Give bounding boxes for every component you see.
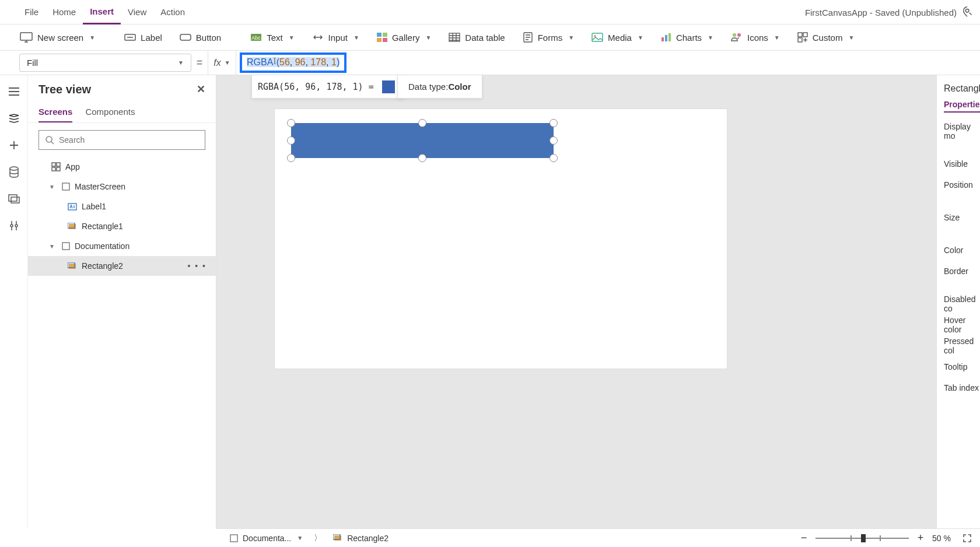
app-icon bbox=[51, 162, 61, 171]
new-screen-icon bbox=[20, 32, 33, 43]
prop-disabled-color[interactable]: Disabled co bbox=[944, 293, 980, 314]
prop-border[interactable]: Border bbox=[944, 261, 980, 282]
prop-color[interactable]: Color bbox=[944, 240, 980, 261]
rail-tree-view-icon[interactable] bbox=[6, 110, 22, 127]
svg-rect-21 bbox=[798, 38, 802, 42]
ribbon-label[interactable]: Label bbox=[116, 27, 170, 48]
rail-data-icon[interactable] bbox=[6, 164, 22, 180]
resize-handle-s[interactable] bbox=[418, 154, 426, 162]
prop-position[interactable]: Position bbox=[944, 174, 980, 195]
ribbon-button[interactable]: Button bbox=[172, 27, 229, 48]
resize-handle-e[interactable] bbox=[550, 136, 558, 145]
resize-handle-ne[interactable] bbox=[550, 119, 558, 127]
breadcrumb-control[interactable]: Rectangle2 bbox=[328, 531, 394, 546]
ribbon-custom[interactable]: Custom ▼ bbox=[789, 27, 863, 48]
ribbon-forms-label: Forms bbox=[538, 33, 563, 43]
ribbon-gallery[interactable]: Gallery ▼ bbox=[369, 27, 439, 48]
ribbon-text-label: Text bbox=[267, 33, 283, 43]
ribbon-forms[interactable]: Forms ▼ bbox=[514, 27, 582, 48]
tree-item-label1[interactable]: Label1 bbox=[28, 197, 216, 216]
ribbon-charts[interactable]: Charts ▼ bbox=[653, 27, 722, 48]
zoom-slider[interactable] bbox=[816, 532, 909, 544]
tree-item-rectangle2[interactable]: Rectangle2 • • • bbox=[28, 256, 216, 276]
svg-rect-7 bbox=[383, 33, 387, 37]
label-icon bbox=[68, 203, 77, 211]
chevron-down-icon[interactable]: ▼ bbox=[49, 243, 57, 250]
rectangle-icon bbox=[68, 262, 77, 270]
svg-rect-1 bbox=[20, 33, 32, 40]
ribbon-data-table-label: Data table bbox=[465, 33, 505, 43]
resize-handle-se[interactable] bbox=[550, 154, 558, 162]
close-icon[interactable]: ✕ bbox=[197, 83, 205, 96]
tree-item-label: Rectangle1 bbox=[82, 222, 123, 231]
resize-handle-sw[interactable] bbox=[287, 154, 295, 162]
menu-file[interactable]: File bbox=[18, 0, 46, 24]
zoom-level: 50 % bbox=[932, 534, 951, 543]
color-swatch bbox=[382, 80, 395, 93]
ribbon-icons[interactable]: Icons ▼ bbox=[723, 27, 788, 48]
ribbon-text[interactable]: Abc Text ▼ bbox=[242, 27, 302, 48]
prop-pressed-color[interactable]: Pressed col bbox=[944, 335, 980, 356]
tree-item-rectangle1[interactable]: Rectangle1 bbox=[28, 216, 216, 236]
rail-insert-icon[interactable] bbox=[6, 137, 22, 153]
search-field[interactable] bbox=[59, 135, 199, 145]
svg-point-0 bbox=[965, 9, 969, 12]
tab-components[interactable]: Components bbox=[85, 103, 135, 122]
ribbon-new-screen[interactable]: New screen ▼ bbox=[12, 27, 103, 48]
property-selector-label: Fill bbox=[27, 58, 38, 68]
tree-view-panel: Tree view ✕ Screens Components App ▼ Mas… bbox=[28, 75, 216, 528]
tree-item-masterscreen[interactable]: ▼ MasterScreen bbox=[28, 177, 216, 197]
rail-media-icon[interactable] bbox=[6, 191, 22, 207]
menu-view[interactable]: View bbox=[121, 0, 153, 24]
ribbon-media[interactable]: Media ▼ bbox=[583, 27, 652, 48]
charts-icon bbox=[661, 33, 671, 42]
svg-rect-9 bbox=[383, 38, 387, 42]
tab-properties[interactable]: Properties bbox=[944, 100, 980, 113]
prop-hover-color[interactable]: Hover color bbox=[944, 314, 980, 335]
data-table-icon bbox=[449, 33, 460, 42]
prop-tooltip[interactable]: Tooltip bbox=[944, 356, 980, 377]
selected-rectangle[interactable] bbox=[291, 123, 554, 158]
rail-tools-icon[interactable] bbox=[6, 218, 22, 234]
menu-action[interactable]: Action bbox=[153, 0, 192, 24]
prop-visible[interactable]: Visible bbox=[944, 153, 980, 174]
resize-handle-n[interactable] bbox=[418, 119, 426, 127]
zoom-out-button[interactable]: − bbox=[798, 532, 810, 544]
screen-icon bbox=[62, 183, 70, 191]
tab-screens[interactable]: Screens bbox=[38, 103, 72, 122]
ribbon-input[interactable]: Input ▼ bbox=[304, 27, 368, 48]
svg-rect-8 bbox=[377, 38, 382, 42]
slider-thumb[interactable] bbox=[861, 534, 866, 542]
svg-rect-36 bbox=[62, 243, 69, 250]
search-input[interactable] bbox=[38, 130, 205, 150]
ribbon-gallery-label: Gallery bbox=[392, 33, 420, 43]
menu-home[interactable]: Home bbox=[46, 0, 83, 24]
tree-item-label: Rectangle2 bbox=[82, 261, 123, 271]
svg-rect-39 bbox=[230, 535, 237, 542]
zoom-in-button[interactable]: + bbox=[915, 532, 926, 544]
prop-size[interactable]: Size bbox=[944, 207, 980, 228]
tree-item-app[interactable]: App bbox=[28, 157, 216, 177]
zoom-controls: − + 50 % bbox=[798, 532, 972, 544]
equals-sign: = bbox=[191, 51, 208, 75]
formula-input[interactable]: RGBAI(56, 96, 178, 1) bbox=[236, 51, 980, 75]
fx-button[interactable]: fx ▼ bbox=[208, 51, 236, 75]
svg-point-17 bbox=[733, 33, 736, 37]
menu-insert[interactable]: Insert bbox=[83, 0, 121, 24]
ribbon-data-table[interactable]: Data table bbox=[440, 27, 513, 48]
rail-hamburger-icon[interactable] bbox=[6, 83, 22, 100]
more-icon[interactable]: • • • bbox=[188, 261, 206, 271]
tree-item-documentation[interactable]: ▼ Documentation bbox=[28, 236, 216, 256]
app-checker-icon[interactable] bbox=[960, 3, 977, 20]
canvas-area[interactable]: RGBA(56, 96, 178, 1) = Data type: Color bbox=[216, 75, 936, 528]
resize-handle-w[interactable] bbox=[287, 136, 295, 145]
resize-handle-nw[interactable] bbox=[287, 119, 295, 127]
prop-tab-index[interactable]: Tab index bbox=[944, 377, 980, 398]
chevron-down-icon[interactable]: ▼ bbox=[49, 184, 57, 190]
property-selector[interactable]: Fill ▼ bbox=[19, 54, 191, 72]
fullscreen-icon[interactable] bbox=[963, 534, 972, 543]
breadcrumb-screen[interactable]: Documenta... ▼ bbox=[225, 531, 308, 546]
formula-datatype: Data type: Color bbox=[397, 75, 482, 99]
prop-display-mode[interactable]: Display mo bbox=[944, 121, 980, 142]
device-preview[interactable] bbox=[275, 109, 727, 369]
